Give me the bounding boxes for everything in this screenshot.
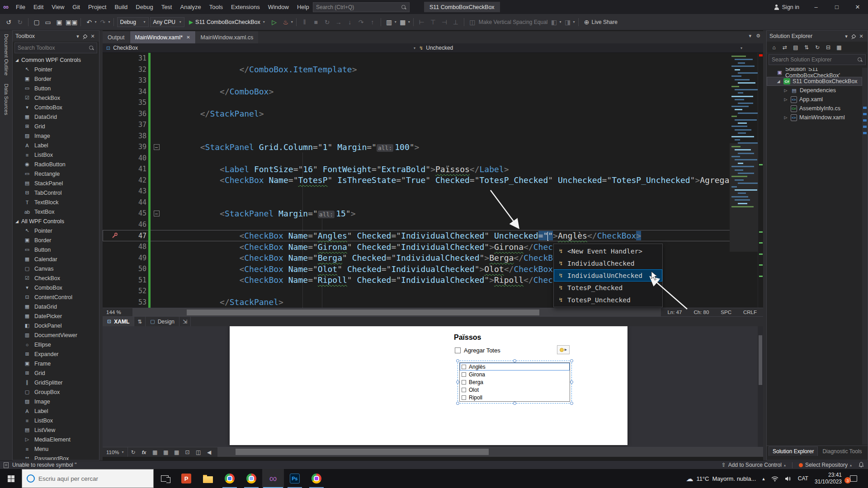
start-without-debugging-icon[interactable]: ▷ (269, 17, 279, 28)
document-list-dropdown-icon[interactable]: ▾ (749, 33, 752, 39)
menu-file[interactable]: File (12, 0, 29, 14)
tab-close-icon[interactable]: ✕ (186, 35, 190, 40)
break-all-icon[interactable]: ‖ (300, 17, 310, 28)
notifications-bell-icon[interactable] (858, 462, 864, 468)
toolbox-item-contentcontrol[interactable]: ⊡ContentControl (13, 292, 99, 302)
taskbar-app-photoshop[interactable]: Ps (284, 469, 306, 488)
toolbox-item-gridsplitter[interactable]: ∥GridSplitter (13, 378, 99, 387)
open-file-icon[interactable]: ▭ (43, 17, 53, 28)
wifi-icon[interactable] (771, 476, 778, 482)
toolbox-item-image[interactable]: ▨Image (13, 131, 99, 141)
maximize-button[interactable]: □ (826, 0, 847, 14)
new-file-icon[interactable]: ▢ (32, 17, 42, 28)
add-to-source-control-button[interactable]: ⇧ Add to Source Control ▴ (722, 462, 786, 468)
toolbox-item-canvas[interactable]: ▢Canvas (13, 264, 99, 273)
code-line-48[interactable]: 48 <CheckBox Name="Girona" Checked="Indi… (103, 241, 763, 253)
menu-edit[interactable]: Edit (29, 0, 47, 14)
pin-icon[interactable] (83, 34, 88, 38)
step-over-icon[interactable]: ↷ (356, 17, 366, 28)
effects-icon[interactable]: fx (139, 447, 150, 457)
design-list-item-ripoll[interactable]: Ripoll (460, 394, 570, 401)
code-line-34[interactable]: 34 </ComboBox> (103, 86, 763, 98)
code-line-36[interactable]: 36 </StackPanel> (103, 108, 763, 120)
toolbox-item-ellipse[interactable]: ○Ellipse (13, 340, 99, 349)
tree-item-app-xaml[interactable]: ▷<>App.xaml (767, 95, 862, 104)
intellisense-item-individualunchecked[interactable]: ↯IndividualUnChecked (554, 269, 662, 282)
code-line-39[interactable]: 39– <StackPanel Grid.Column="1" Margin="… (103, 141, 763, 153)
navigate-forward-icon[interactable]: ↻ (15, 17, 25, 28)
checkbox-icon[interactable] (455, 347, 461, 353)
toolbox-item-calendar[interactable]: ▦Calendar (13, 254, 99, 264)
hot-reload-icon[interactable]: ♨▾ (281, 17, 293, 28)
code-line-35[interactable]: 35 (103, 97, 763, 108)
code-line-32[interactable]: 32 </ComboBox.ItemTemplate> (103, 64, 763, 75)
solution-explorer-scrollbar[interactable] (862, 68, 868, 445)
toolbox-item-listbox[interactable]: ≡ListBox (13, 416, 99, 425)
sign-in-button[interactable]: Sign in (774, 0, 799, 14)
toolbox-item-radiobutton[interactable]: ◉RadioButton (13, 160, 99, 169)
action-center-button[interactable]: 3 (848, 474, 857, 483)
menu-tools[interactable]: Tools (205, 0, 227, 14)
design-list-item-olot[interactable]: Olot (460, 386, 570, 394)
toolbox-item-border[interactable]: ▣Border (13, 74, 99, 84)
menu-window[interactable]: Window (264, 0, 293, 14)
menu-build[interactable]: Build (110, 0, 132, 14)
code-line-43[interactable]: 43 (103, 186, 763, 197)
debug-configuration-select[interactable]: Debug▾ (117, 17, 149, 27)
design-view-tab[interactable]: ▢ Design (146, 317, 179, 326)
design-canvas[interactable]: Païssos Agregar Totes ▶ AnglèsGironaBerg… (230, 326, 627, 445)
toolbox-item-label[interactable]: ALabel (13, 141, 99, 150)
live-share-icon[interactable]: ⊕ Live Share (582, 17, 618, 28)
collapsed-icon[interactable]: ▷ (783, 88, 788, 93)
toolbox-item-label[interactable]: ALabel (13, 406, 99, 416)
menu-git[interactable]: Git (68, 0, 84, 14)
align-lefts-icon[interactable]: ⊢ (417, 17, 427, 28)
menu-debug[interactable]: Debug (132, 0, 157, 14)
step-out-icon[interactable]: ↑ (368, 17, 377, 28)
close-icon[interactable]: ✕ (89, 33, 96, 39)
sizing-options-icon[interactable]: ◨▾ (563, 17, 575, 28)
toolbox-item-pointer[interactable]: ↖Pointer (13, 226, 99, 235)
scrollbar-thumb[interactable] (187, 310, 539, 315)
toolbox-item-combobox[interactable]: ▾ComboBox (13, 283, 99, 292)
checkbox-icon[interactable] (462, 395, 466, 400)
tree-item-s11-comboboxcheckbox[interactable]: ◢C#S11 ComboBoxCheckBox (767, 77, 862, 86)
sync-with-active-document-icon[interactable]: ⇅ (802, 43, 811, 52)
intellisense-item-totesp_checked[interactable]: ↯TotesP_Checked (554, 282, 662, 294)
tree-item-mainwindow-xaml[interactable]: ▷<>MainWindow.xaml (767, 113, 862, 122)
pending-changes-filter-icon[interactable]: ▤ (791, 43, 800, 52)
toolbox-item-frame[interactable]: ▣Frame (13, 359, 99, 368)
code-line-45[interactable]: 45– <StackPanel Margin="all:15"> (103, 208, 763, 219)
step-into-icon[interactable]: ↓ (345, 17, 355, 28)
taskbar-app-powerpoint[interactable]: P (175, 469, 197, 488)
menu-project[interactable]: Project (84, 0, 110, 14)
chevron-down-icon[interactable]: ▾ (843, 33, 850, 39)
pin-icon[interactable] (852, 34, 856, 38)
find-in-files-icon[interactable]: ▥▾ (384, 17, 396, 28)
minimize-button[interactable]: – (806, 0, 826, 14)
toolbox-item-textbox[interactable]: abTextBox (13, 207, 99, 216)
toolbox-item-border[interactable]: ▣Border (13, 235, 99, 245)
code-line-53[interactable]: 53 </StackPanel> (103, 296, 763, 308)
solution-platforms-icon[interactable]: ▦▾ (398, 17, 410, 28)
design-list-item-girona[interactable]: Girona (460, 371, 570, 378)
tab-output[interactable]: Output (103, 31, 130, 43)
platform-select[interactable]: Any CPU▾ (150, 17, 184, 27)
toolbox-item-grid[interactable]: ⊞Grid (13, 122, 99, 131)
intellisense-item-neweventhandler[interactable]: ↯<New Event Handler> (554, 245, 662, 257)
toolbox-item-mediaelement[interactable]: ▷MediaElement (13, 435, 99, 444)
redo-icon[interactable]: ↷▾ (98, 17, 110, 28)
design-label-paissos[interactable]: Païssos (454, 333, 481, 342)
solution-explorer-search-input[interactable]: Search Solution Explorer (769, 54, 866, 65)
checkbox-icon[interactable] (462, 380, 466, 385)
overview-ruler[interactable] (758, 53, 763, 308)
editor-minimap[interactable] (730, 53, 758, 308)
toolbox-item-rectangle[interactable]: ▭Rectangle (13, 169, 99, 178)
code-line-44[interactable]: 44 (103, 197, 763, 208)
stop-debugging-icon[interactable]: ■ (311, 17, 321, 28)
breadcrumb-member-dropdown[interactable]: ↯ Unchecked ▾ (419, 45, 763, 51)
editor-zoom-level[interactable]: 144 % (103, 310, 132, 315)
taskbar-app-chrome-2[interactable] (241, 469, 262, 488)
code-line-42[interactable]: 42 <CheckBox Name="TotesP" IsThreeState=… (103, 175, 763, 186)
tree-item-assemblyinfo-cs[interactable]: C#AssemblyInfo.cs (767, 104, 862, 113)
